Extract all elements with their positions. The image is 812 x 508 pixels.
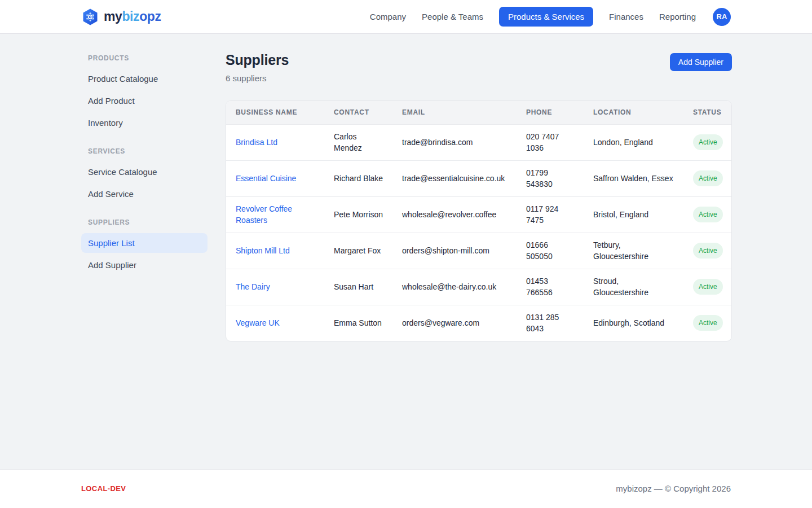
sidebar-section-suppliers: Suppliers Supplier List Add Supplier — [81, 218, 208, 275]
supplier-name-link[interactable]: Brindisa Ltd — [236, 138, 277, 147]
supplier-table-row: The Dairy Susan Hart wholesale@the-dairy… — [226, 269, 731, 305]
brand-logo[interactable]: mybizopz — [81, 8, 161, 26]
copyright-text: mybizopz — © Copyright 2026 — [616, 484, 731, 493]
supplier-email: trade@essentialcuisine.co.uk — [402, 160, 526, 196]
user-avatar[interactable]: RA — [713, 8, 731, 26]
main-content: Suppliers 6 suppliers Add Supplier Busin… — [226, 34, 732, 341]
supplier-email: wholesale@the-dairy.co.uk — [402, 269, 526, 305]
supplier-phone: 0117 924 7475 — [526, 196, 593, 233]
add-supplier-button[interactable]: Add Supplier — [670, 53, 732, 71]
sidebar-item-service-catalogue[interactable]: Service Catalogue — [81, 162, 208, 182]
primary-nav: Company People & Teams Products & Servic… — [370, 7, 731, 27]
sidebar-item-add-product[interactable]: Add Product — [81, 91, 208, 111]
supplier-location: Bristol, England — [593, 196, 693, 233]
environment-label: LOCAL-DEV — [81, 484, 126, 493]
supplier-phone: 0131 285 6043 — [526, 305, 593, 341]
column-header-phone: Phone — [526, 101, 593, 124]
status-badge: Active — [693, 243, 723, 259]
supplier-email: trade@brindisa.com — [402, 124, 526, 160]
sidebar-section-title: Products — [81, 54, 208, 62]
nav-item-products-services[interactable]: Products & Services — [499, 7, 593, 27]
hexagon-network-logo-icon — [81, 8, 99, 26]
supplier-contact: Margaret Fox — [334, 233, 402, 269]
nav-item-people-teams[interactable]: People & Teams — [422, 12, 483, 21]
column-header-location: Location — [593, 101, 693, 124]
supplier-name-link[interactable]: The Dairy — [236, 282, 270, 291]
supplier-email: orders@vegware.com — [402, 305, 526, 341]
supplier-table-row: Vegware UK Emma Sutton orders@vegware.co… — [226, 305, 731, 341]
app-body: Products Product Catalogue Add Product I… — [0, 34, 812, 470]
nav-item-finances[interactable]: Finances — [609, 12, 643, 21]
status-badge: Active — [693, 170, 723, 186]
supplier-name-link[interactable]: Revolver Coffee Roasters — [236, 204, 292, 225]
sidebar-section-services: Services Service Catalogue Add Service — [81, 147, 208, 204]
suppliers-table: Business Name Contact Email Phone Locati… — [226, 101, 731, 341]
sidebar-item-product-catalogue[interactable]: Product Catalogue — [81, 69, 208, 89]
supplier-contact: Susan Hart — [334, 269, 402, 305]
supplier-contact: Carlos Mendez — [334, 124, 402, 160]
status-badge: Active — [693, 279, 723, 295]
brand-wordmark: mybizopz — [104, 9, 161, 24]
column-header-business-name: Business Name — [226, 101, 334, 124]
top-navbar: mybizopz Company People & Teams Products… — [0, 0, 812, 34]
supplier-name-link[interactable]: Shipton Mill Ltd — [236, 246, 290, 255]
supplier-phone: 01453 766556 — [526, 269, 593, 305]
supplier-table-row: Shipton Mill Ltd Margaret Fox orders@shi… — [226, 233, 731, 269]
supplier-phone: 020 7407 1036 — [526, 124, 593, 160]
supplier-name-link[interactable]: Essential Cuisine — [236, 174, 296, 183]
supplier-contact: Richard Blake — [334, 160, 402, 196]
supplier-contact: Emma Sutton — [334, 305, 402, 341]
supplier-phone: 01799 543830 — [526, 160, 593, 196]
supplier-phone: 01666 505050 — [526, 233, 593, 269]
supplier-location: Edinburgh, Scotland — [593, 305, 693, 341]
status-badge: Active — [693, 315, 723, 331]
supplier-email: orders@shipton-mill.com — [402, 233, 526, 269]
sidebar: Products Product Catalogue Add Product I… — [81, 34, 208, 290]
sidebar-section-products: Products Product Catalogue Add Product I… — [81, 54, 208, 133]
supplier-name-link[interactable]: Vegware UK — [236, 318, 280, 327]
page-title: Suppliers — [226, 52, 289, 68]
column-header-status: Status — [693, 101, 731, 124]
supplier-email: wholesale@revolver.coffee — [402, 196, 526, 233]
supplier-location: Tetbury, Gloucestershire — [593, 233, 693, 269]
status-badge: Active — [693, 134, 723, 150]
suppliers-table-card: Business Name Contact Email Phone Locati… — [226, 100, 732, 341]
supplier-table-row: Essential Cuisine Richard Blake trade@es… — [226, 160, 731, 196]
supplier-location: Stroud, Gloucestershire — [593, 269, 693, 305]
sidebar-item-add-supplier[interactable]: Add Supplier — [81, 255, 208, 275]
supplier-contact: Pete Morrison — [334, 196, 402, 233]
supplier-table-row: Brindisa Ltd Carlos Mendez trade@brindis… — [226, 124, 731, 160]
sidebar-item-supplier-list[interactable]: Supplier List — [81, 233, 208, 253]
status-badge: Active — [693, 207, 723, 222]
page-header: Suppliers 6 suppliers Add Supplier — [226, 52, 732, 83]
column-header-email: Email — [402, 101, 526, 124]
page-footer: LOCAL-DEV mybizopz — © Copyright 2026 — [0, 470, 812, 507]
supplier-table-row: Revolver Coffee Roasters Pete Morrison w… — [226, 196, 731, 233]
nav-item-company[interactable]: Company — [370, 12, 406, 21]
table-header-row: Business Name Contact Email Phone Locati… — [226, 101, 731, 124]
supplier-location: London, England — [593, 124, 693, 160]
sidebar-section-title: Services — [81, 147, 208, 155]
sidebar-item-add-service[interactable]: Add Service — [81, 184, 208, 204]
supplier-location: Saffron Walden, Essex — [593, 160, 693, 196]
sidebar-item-inventory[interactable]: Inventory — [81, 113, 208, 133]
column-header-contact: Contact — [334, 101, 402, 124]
supplier-count: 6 suppliers — [226, 73, 289, 83]
nav-item-reporting[interactable]: Reporting — [659, 12, 696, 21]
sidebar-section-title: Suppliers — [81, 218, 208, 226]
